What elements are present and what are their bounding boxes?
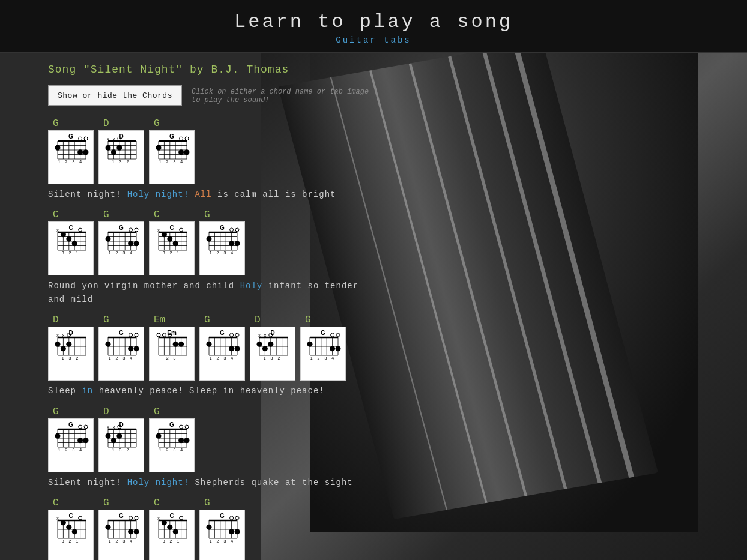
chord-diagram[interactable]: Cx3 2 1 bbox=[149, 221, 195, 275]
chord-diagram[interactable]: G1 2 3 4 bbox=[48, 418, 94, 472]
chord-label[interactable]: G bbox=[98, 209, 109, 220]
svg-point-271 bbox=[55, 433, 61, 438]
hint-text: Click on either a chord name or tab imag… bbox=[192, 88, 372, 104]
chord-label[interactable]: G bbox=[149, 118, 160, 129]
chord-diagram[interactable]: Cx3 2 1 bbox=[149, 510, 195, 560]
svg-text:2 3: 2 3 bbox=[166, 356, 178, 360]
svg-point-214 bbox=[229, 346, 234, 351]
svg-point-60 bbox=[156, 145, 162, 151]
svg-point-329 bbox=[61, 520, 66, 525]
chord-diagram[interactable]: G1 2 3 4 bbox=[199, 327, 245, 381]
svg-text:1 2  3 4: 1 2 3 4 bbox=[310, 356, 336, 360]
verse-3-section: DDxx1 3 2GG1 2 3 4EmEm2 3GG1 2 3 4DDxx1 … bbox=[48, 315, 372, 397]
chord-diagram[interactable]: Cx3 2 1 bbox=[48, 510, 94, 560]
svg-text:1 2  3 4: 1 2 3 4 bbox=[109, 251, 134, 255]
svg-point-292 bbox=[111, 438, 116, 443]
chord-label[interactable]: D bbox=[250, 315, 261, 325]
svg-point-252 bbox=[307, 342, 313, 347]
svg-text:3 2 1: 3 2 1 bbox=[163, 539, 181, 543]
svg-point-235 bbox=[268, 342, 273, 347]
chord-diagram[interactable]: Em2 3 bbox=[149, 327, 195, 381]
svg-line-5 bbox=[515, 45, 631, 478]
chord-label[interactable]: G bbox=[300, 315, 311, 325]
verse-2-section: CCx3 2 1GG1 2 3 4CCx3 2 1GG1 2 3 4 Round… bbox=[48, 209, 372, 306]
chord-label[interactable]: D bbox=[98, 118, 109, 129]
svg-point-156 bbox=[55, 342, 61, 347]
svg-point-367 bbox=[162, 520, 167, 525]
chord-label[interactable]: D bbox=[48, 315, 59, 325]
chord-label[interactable]: G bbox=[48, 406, 59, 417]
svg-point-117 bbox=[162, 232, 167, 238]
svg-text:1 3 2: 1 3 2 bbox=[264, 356, 282, 360]
chord-label[interactable]: G bbox=[149, 406, 160, 417]
svg-point-43 bbox=[116, 145, 122, 151]
chord-diagram[interactable]: G1 2 3 4 bbox=[98, 510, 144, 560]
svg-point-254 bbox=[336, 346, 341, 351]
chord-unit-g: GG1 2 3 4 bbox=[199, 315, 247, 381]
chord-label[interactable]: G bbox=[199, 498, 210, 508]
chord-diagram[interactable]: G1 2 3 4 bbox=[149, 418, 195, 472]
svg-text:C: C bbox=[68, 224, 73, 231]
svg-point-331 bbox=[72, 529, 77, 534]
svg-point-98 bbox=[106, 236, 111, 242]
svg-point-79 bbox=[61, 232, 66, 238]
svg-text:1 2  3 4: 1 2 3 4 bbox=[109, 539, 134, 543]
chord-label[interactable]: G bbox=[199, 209, 210, 220]
chord-unit-em: EmEm2 3 bbox=[149, 315, 197, 381]
svg-text:1 2  3 4: 1 2 3 4 bbox=[109, 356, 134, 360]
svg-line-4 bbox=[484, 50, 600, 483]
verse-5-section: CCx3 2 1GG1 2 3 4CCx3 2 1GG1 2 3 4 bbox=[48, 498, 372, 560]
verse-1-lyrics: Silent night! Holy night! All is calm al… bbox=[48, 188, 372, 201]
chord-label[interactable]: C bbox=[48, 209, 59, 220]
chord-unit-g: GG1 2 3 4 bbox=[98, 209, 147, 275]
chord-diagram[interactable]: Dxx1 3 2 bbox=[98, 130, 144, 184]
verse-3-lyrics: Sleep in heavenly peace! Sleep in heaven… bbox=[48, 384, 372, 397]
svg-text:1 3 2: 1 3 2 bbox=[112, 448, 131, 452]
site-subtitle: Guitar tabs bbox=[0, 35, 747, 45]
svg-point-22 bbox=[77, 149, 83, 155]
svg-point-293 bbox=[116, 433, 122, 438]
svg-point-196 bbox=[178, 342, 184, 347]
svg-point-310 bbox=[156, 433, 162, 438]
verse-2-lyrics: Round yon virgin mother and child Holy i… bbox=[48, 279, 372, 306]
svg-point-311 bbox=[178, 438, 184, 443]
chord-diagram[interactable]: Dxx1 3 2 bbox=[48, 327, 94, 381]
chord-diagram[interactable]: G1 2 3 4 bbox=[199, 510, 245, 560]
chord-label[interactable]: G bbox=[98, 315, 109, 325]
main-content: Song "Silent Night" by B.J. Thomas Show … bbox=[0, 53, 372, 560]
svg-text:G: G bbox=[220, 513, 225, 519]
svg-point-137 bbox=[229, 241, 234, 247]
chord-diagram[interactable]: G1 2 3 4 bbox=[98, 221, 144, 275]
chord-diagram[interactable]: G1 2 3 4 bbox=[98, 327, 144, 381]
chord-label[interactable]: G bbox=[48, 118, 59, 129]
chord-label[interactable]: C bbox=[149, 498, 160, 508]
svg-text:1 2  3 4: 1 2 3 4 bbox=[159, 448, 184, 452]
svg-point-175 bbox=[106, 342, 111, 347]
chord-diagram[interactable]: G1 2 3 4 bbox=[300, 327, 346, 381]
chord-label[interactable]: C bbox=[149, 209, 160, 220]
svg-point-21 bbox=[55, 145, 61, 151]
chord-diagram[interactable]: Cx3 2 1 bbox=[48, 221, 94, 275]
chord-diagram[interactable]: Dxx1 3 2 bbox=[250, 327, 295, 381]
chord-label[interactable]: G bbox=[98, 498, 109, 508]
toggle-chords-button[interactable]: Show or hide the Chords bbox=[48, 85, 182, 106]
chord-unit-g: GG1 2 3 4 bbox=[149, 406, 197, 472]
chord-diagram[interactable]: Dxx1 3 2 bbox=[98, 418, 144, 472]
svg-text:1 2  3 4: 1 2 3 4 bbox=[58, 160, 83, 164]
svg-point-272 bbox=[77, 438, 83, 443]
chord-diagram[interactable]: G1 2 3 4 bbox=[149, 130, 195, 184]
svg-point-386 bbox=[207, 525, 212, 530]
chord-unit-g: GG1 2 3 4 bbox=[98, 315, 147, 381]
chord-diagram[interactable]: G1 2 3 4 bbox=[48, 130, 94, 184]
chord-label[interactable]: D bbox=[98, 406, 109, 417]
svg-point-42 bbox=[111, 149, 116, 155]
svg-point-81 bbox=[72, 241, 77, 247]
chord-label[interactable]: G bbox=[199, 315, 210, 325]
svg-text:G: G bbox=[119, 224, 124, 231]
chord-diagram[interactable]: G1 2 3 4 bbox=[199, 221, 245, 275]
chord-unit-g: GG1 2 3 4 bbox=[48, 118, 96, 184]
chord-label[interactable]: Em bbox=[149, 315, 165, 325]
chord-label[interactable]: C bbox=[48, 498, 59, 508]
svg-point-62 bbox=[184, 149, 190, 155]
chord-unit-g: GG1 2 3 4 bbox=[199, 498, 247, 560]
